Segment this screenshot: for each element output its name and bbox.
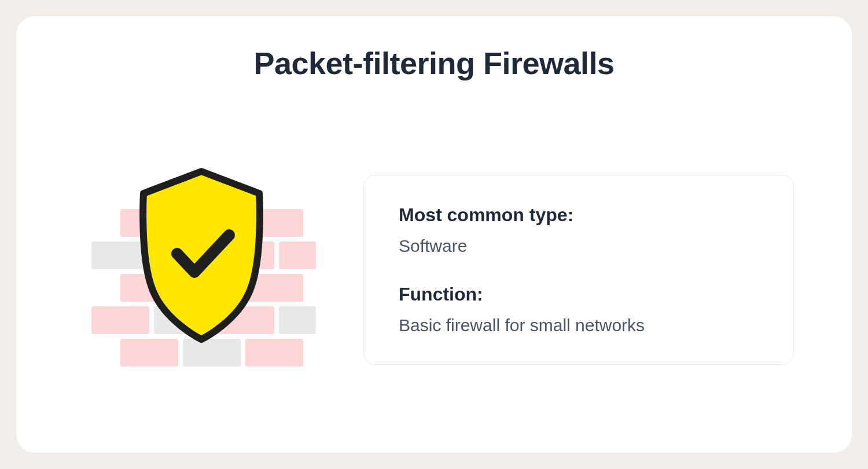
svg-rect-10: [91, 306, 149, 334]
svg-rect-3: [91, 241, 149, 269]
info-value-type: Software: [399, 236, 759, 256]
card-title: Packet-filtering Firewalls: [51, 45, 817, 81]
info-label-type: Most common type:: [399, 204, 759, 226]
content-row: Most common type: Software Function: Bas…: [51, 116, 817, 424]
firewall-info-card: Packet-filtering Firewalls: [16, 16, 852, 453]
svg-rect-13: [279, 306, 316, 334]
info-value-function: Basic firewall for small networks: [399, 316, 759, 335]
info-label-function: Function:: [399, 284, 759, 305]
svg-rect-16: [245, 339, 303, 367]
firewall-shield-icon: [74, 148, 329, 391]
svg-rect-6: [279, 241, 316, 269]
svg-rect-15: [183, 339, 241, 367]
info-box: Most common type: Software Function: Bas…: [363, 175, 794, 365]
svg-rect-14: [120, 339, 178, 367]
